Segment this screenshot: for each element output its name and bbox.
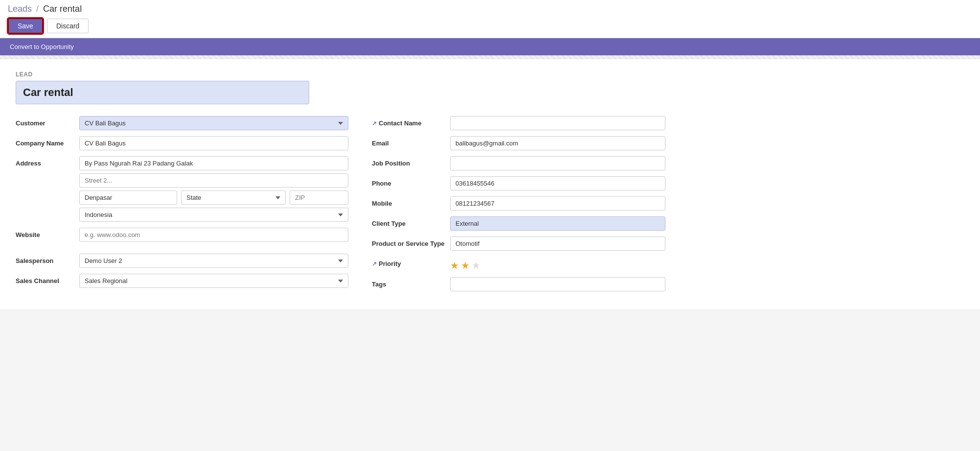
sub-action-bar: Convert to Opportunity [0, 38, 980, 55]
product-service-input[interactable] [450, 237, 665, 251]
breadcrumb-current: Car rental [43, 4, 82, 14]
zip-input[interactable] [290, 190, 348, 205]
company-name-label: Company Name [16, 136, 79, 147]
email-row: Email [372, 136, 665, 150]
breadcrumb: Leads / Car rental [8, 4, 972, 14]
priority-row: ↗ Priority ★ ★ ★ [372, 257, 665, 271]
phone-label: Phone [372, 176, 450, 187]
discard-button[interactable]: Discard [47, 19, 89, 33]
contact-name-row: ↗ Contact Name [372, 116, 665, 130]
tags-field [450, 277, 665, 291]
address-label: Address [16, 156, 79, 167]
product-service-label: Product or Service Type [372, 237, 450, 247]
website-input[interactable] [79, 228, 348, 242]
priority-ext-link-icon[interactable]: ↗ [372, 261, 377, 267]
sales-channel-select[interactable]: Sales Regional [79, 274, 348, 288]
lead-title-input[interactable] [16, 81, 309, 104]
tags-label: Tags [372, 277, 450, 288]
priority-star-1[interactable]: ★ [450, 260, 459, 271]
client-type-field: External [450, 216, 665, 231]
city-input[interactable] [79, 190, 177, 205]
convert-to-opportunity-button[interactable]: Convert to Opportunity [0, 38, 84, 55]
priority-star-3[interactable]: ★ [472, 260, 480, 271]
priority-label: ↗ Priority [372, 257, 450, 267]
street1-input[interactable] [79, 156, 348, 170]
email-input[interactable] [450, 136, 665, 150]
email-field [450, 136, 665, 150]
sales-channel-label: Sales Channel [16, 274, 79, 285]
two-col-form: Customer CV Bali Bagus Company Name Addr… [16, 116, 964, 297]
mobile-input[interactable] [450, 196, 665, 211]
phone-row: Phone [372, 176, 665, 190]
state-field: State [181, 190, 286, 205]
mobile-label: Mobile [372, 196, 450, 207]
address-field: State Indonesia [79, 156, 348, 222]
client-type-label: Client Type [372, 216, 450, 227]
zip-field [290, 190, 348, 205]
salesperson-select[interactable]: Demo User 2 [79, 254, 348, 268]
mobile-field [450, 196, 665, 211]
address-row: Address State [16, 156, 348, 222]
customer-field: CV Bali Bagus [79, 116, 348, 130]
tags-input[interactable] [450, 277, 665, 291]
priority-stars: ★ ★ ★ [450, 257, 665, 271]
divider-stripe [0, 55, 980, 59]
lead-section-label: Lead [16, 71, 964, 78]
sales-channel-field: Sales Regional [79, 274, 348, 288]
breadcrumb-separator: / [36, 4, 39, 14]
website-field [79, 228, 348, 242]
job-position-input[interactable] [450, 156, 665, 170]
client-type-badge: External [450, 216, 665, 231]
street2-input[interactable] [79, 173, 348, 188]
company-name-row: Company Name [16, 136, 348, 150]
right-column: ↗ Contact Name Email Job Position [372, 116, 665, 297]
customer-label: Customer [16, 116, 79, 127]
sales-channel-row: Sales Channel Sales Regional [16, 274, 348, 288]
customer-row: Customer CV Bali Bagus [16, 116, 348, 130]
company-name-field [79, 136, 348, 150]
company-name-input[interactable] [79, 136, 348, 150]
country-field: Indonesia [79, 208, 348, 222]
tags-row: Tags [372, 277, 665, 291]
action-buttons: Save Discard [8, 18, 972, 34]
salesperson-label: Salesperson [16, 254, 79, 264]
save-button[interactable]: Save [8, 18, 43, 34]
phone-input[interactable] [450, 176, 665, 190]
state-select[interactable]: State [181, 190, 286, 205]
job-position-label: Job Position [372, 156, 450, 167]
customer-select[interactable]: CV Bali Bagus [79, 116, 348, 130]
website-label: Website [16, 228, 79, 238]
mobile-row: Mobile [372, 196, 665, 211]
salesperson-field: Demo User 2 [79, 254, 348, 268]
product-service-row: Product or Service Type [372, 237, 665, 251]
breadcrumb-leads-link[interactable]: Leads [8, 4, 32, 14]
contact-name-field [450, 116, 665, 130]
priority-field: ★ ★ ★ [450, 257, 665, 271]
contact-name-input[interactable] [450, 116, 665, 130]
website-row: Website [16, 228, 348, 242]
country-select[interactable]: Indonesia [79, 208, 348, 222]
contact-name-ext-link-icon[interactable]: ↗ [372, 120, 377, 127]
city-state-zip-row: State [79, 190, 348, 205]
phone-field [450, 176, 665, 190]
city-field [79, 190, 177, 205]
client-type-row: Client Type External [372, 216, 665, 231]
product-service-field [450, 237, 665, 251]
job-position-field [450, 156, 665, 170]
contact-name-label: ↗ Contact Name [372, 116, 450, 127]
main-content: Lead Customer CV Bali Bagus Company Name [0, 59, 980, 309]
email-label: Email [372, 136, 450, 147]
priority-star-2[interactable]: ★ [461, 260, 470, 271]
top-bar: Leads / Car rental Save Discard [0, 0, 980, 38]
left-column: Customer CV Bali Bagus Company Name Addr… [16, 116, 348, 297]
job-position-row: Job Position [372, 156, 665, 170]
salesperson-row: Salesperson Demo User 2 [16, 254, 348, 268]
